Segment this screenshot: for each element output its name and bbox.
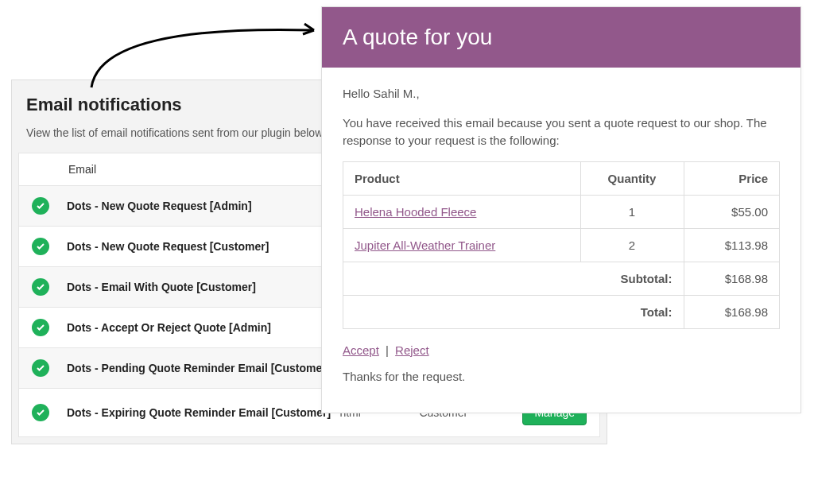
col-product: Product <box>343 161 581 195</box>
table-row: Helena Hooded Fleece 1 $55.00 <box>343 195 780 228</box>
quote-table: Product Quantity Price Helena Hooded Fle… <box>343 161 780 329</box>
check-icon <box>32 319 49 336</box>
subtotal-row: Subtotal: $168.98 <box>343 262 780 295</box>
separator: | <box>386 343 389 357</box>
email-actions: Accept | Reject <box>343 343 780 357</box>
item-qty: 2 <box>580 228 684 262</box>
check-icon <box>32 359 49 377</box>
reject-link[interactable]: Reject <box>395 343 429 357</box>
accept-link[interactable]: Accept <box>343 343 379 357</box>
check-icon <box>32 278 49 296</box>
subtotal-value: $168.98 <box>684 262 779 295</box>
email-intro: You have received this email because you… <box>343 114 780 150</box>
email-preview: A quote for you Hello Sahil M., You have… <box>321 6 801 413</box>
col-quantity: Quantity <box>580 161 684 195</box>
item-price: $113.98 <box>684 228 779 262</box>
total-label: Total: <box>343 295 684 328</box>
subtotal-label: Subtotal: <box>343 262 684 295</box>
total-row: Total: $168.98 <box>343 295 780 328</box>
item-qty: 1 <box>580 195 684 228</box>
email-footer: Thanks for the request. <box>343 368 780 386</box>
total-value: $168.98 <box>684 295 779 328</box>
email-subject: A quote for you <box>322 7 800 68</box>
check-icon <box>32 238 49 255</box>
product-link[interactable]: Helena Hooded Fleece <box>355 205 476 219</box>
check-icon <box>32 404 49 421</box>
list-item-label: Dots - Expiring Quote Reminder Email [Cu… <box>67 406 339 419</box>
product-link[interactable]: Jupiter All-Weather Trainer <box>355 238 495 252</box>
table-row: Jupiter All-Weather Trainer 2 $113.98 <box>343 228 780 262</box>
email-body: Hello Sahil M., You have received this e… <box>322 68 800 413</box>
item-price: $55.00 <box>684 195 779 228</box>
check-icon <box>32 197 49 215</box>
col-price: Price <box>684 161 779 195</box>
email-greeting: Hello Sahil M., <box>343 85 780 103</box>
